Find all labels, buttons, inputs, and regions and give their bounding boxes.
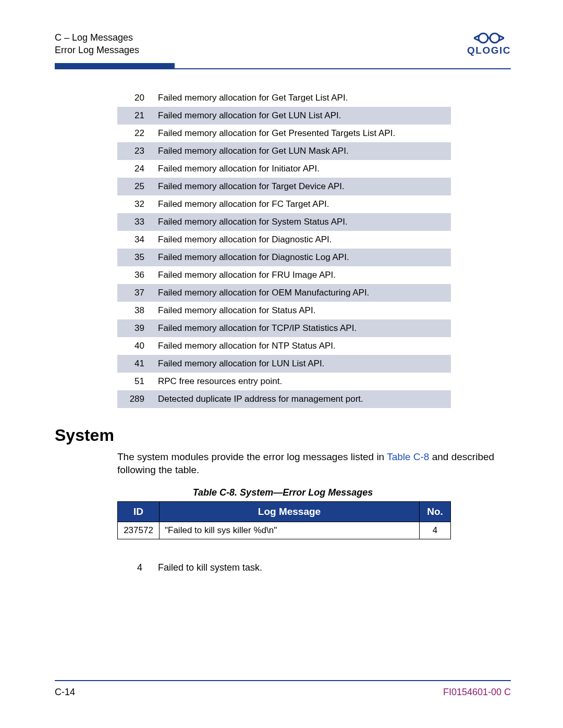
table-c8-caption: Table C-8. System—Error Log Messages	[55, 487, 511, 498]
logo-text: QLOGIC	[467, 45, 511, 56]
footer-rule	[55, 680, 511, 681]
table-row: 40Failed memory allocation for NTP Statu…	[117, 337, 451, 355]
page-footer: C-14 FI0154601-00 C	[55, 687, 511, 698]
header-line1: C – Log Messages	[55, 31, 139, 44]
qlogic-logo: QLOGIC	[467, 31, 511, 56]
error-code-msg: Failed memory allocation for FC Target A…	[154, 195, 451, 213]
error-code-id: 25	[117, 178, 154, 195]
error-code-msg: Failed memory allocation for Get LUN Mas…	[154, 142, 451, 160]
header-left: C – Log Messages Error Log Messages	[55, 31, 139, 57]
desc-msg: Failed to kill system task.	[154, 559, 451, 576]
table-row: 35Failed memory allocation for Diagnosti…	[117, 249, 451, 266]
error-code-id: 24	[117, 160, 154, 178]
error-code-msg: Failed memory allocation for TCP/IP Stat…	[154, 319, 451, 337]
error-code-id: 51	[117, 373, 154, 390]
table-c8: ID Log Message No. 237572"Failed to kill…	[117, 501, 451, 539]
intro-text-pre: The system modules provide the error log…	[117, 451, 387, 462]
error-code-id: 23	[117, 142, 154, 160]
error-code-msg: Failed memory allocation for Get Target …	[154, 89, 451, 107]
table-row: 23Failed memory allocation for Get LUN M…	[117, 142, 451, 160]
error-code-id: 21	[117, 107, 154, 125]
table-row: 4Failed to kill system task.	[117, 559, 451, 576]
error-code-msg: Failed memory allocation for Diagnostic …	[154, 249, 451, 266]
table-row: 22Failed memory allocation for Get Prese…	[117, 125, 451, 142]
error-code-id: 39	[117, 319, 154, 337]
table-row: 32Failed memory allocation for FC Target…	[117, 195, 451, 213]
error-code-id: 35	[117, 249, 154, 266]
header-rule	[55, 63, 511, 69]
error-code-msg: Failed memory allocation for Target Devi…	[154, 178, 451, 195]
error-code-msg: Failed memory allocation for FRU Image A…	[154, 266, 451, 284]
qlogic-logo-icon	[474, 31, 504, 45]
error-code-id: 36	[117, 266, 154, 284]
svg-point-1	[490, 33, 499, 43]
error-code-msg: Failed memory allocation for Status API.	[154, 302, 451, 319]
error-code-id: 38	[117, 302, 154, 319]
table-row: 237572"Failed to kill sys killer %d\n"4	[118, 522, 451, 539]
error-code-msg: Failed memory allocation for Diagnostic …	[154, 231, 451, 249]
error-code-id: 41	[117, 355, 154, 373]
error-code-msg: Failed memory allocation for LUN List AP…	[154, 355, 451, 373]
error-code-id: 22	[117, 125, 154, 142]
log-msg: "Failed to kill sys killer %d\n"	[160, 522, 420, 539]
error-code-msg: Failed memory allocation for NTP Status …	[154, 337, 451, 355]
error-code-id: 33	[117, 213, 154, 231]
table-c8-header-id: ID	[118, 501, 160, 522]
header-line2: Error Log Messages	[55, 44, 139, 56]
table-row: 34Failed memory allocation for Diagnosti…	[117, 231, 451, 249]
table-row: 33Failed memory allocation for System St…	[117, 213, 451, 231]
error-code-msg: RPC free resources entry point.	[154, 373, 451, 390]
header-rule-thin	[55, 68, 511, 69]
error-code-msg: Failed memory allocation for Get LUN Lis…	[154, 107, 451, 125]
error-codes-table: 20Failed memory allocation for Get Targe…	[117, 89, 451, 408]
table-c8-header-no: No.	[420, 501, 451, 522]
table-row: 38Failed memory allocation for Status AP…	[117, 302, 451, 319]
table-row: 289Detected duplicate IP address for man…	[117, 390, 451, 408]
svg-point-0	[479, 33, 488, 43]
table-row: 37Failed memory allocation for OEM Manuf…	[117, 284, 451, 302]
error-code-msg: Failed memory allocation for Get Present…	[154, 125, 451, 142]
log-no: 4	[420, 522, 451, 539]
footer-doc-number: FI0154601-00 C	[443, 687, 511, 698]
footer-page-number: C-14	[55, 687, 75, 698]
error-code-msg: Failed memory allocation for Initiator A…	[154, 160, 451, 178]
table-row: 20Failed memory allocation for Get Targe…	[117, 89, 451, 107]
error-code-id: 20	[117, 89, 154, 107]
description-table: 4Failed to kill system task.	[117, 559, 451, 576]
table-c8-xref[interactable]: Table C-8	[387, 451, 429, 462]
system-intro-paragraph: The system modules provide the error log…	[117, 450, 511, 477]
error-code-id: 32	[117, 195, 154, 213]
table-row: 24Failed memory allocation for Initiator…	[117, 160, 451, 178]
page: C – Log Messages Error Log Messages QLOG…	[0, 0, 563, 728]
error-code-msg: Failed memory allocation for OEM Manufac…	[154, 284, 451, 302]
table-row: 51RPC free resources entry point.	[117, 373, 451, 390]
error-code-id: 37	[117, 284, 154, 302]
error-code-id: 34	[117, 231, 154, 249]
page-header: C – Log Messages Error Log Messages QLOG…	[55, 31, 511, 57]
section-heading-system: System	[55, 426, 511, 445]
table-row: 36Failed memory allocation for FRU Image…	[117, 266, 451, 284]
table-row: 41Failed memory allocation for LUN List …	[117, 355, 451, 373]
table-c8-header-msg: Log Message	[160, 501, 420, 522]
log-id: 237572	[118, 522, 160, 539]
error-code-msg: Detected duplicate IP address for manage…	[154, 390, 451, 408]
desc-id: 4	[117, 559, 154, 576]
error-code-id: 289	[117, 390, 154, 408]
error-code-msg: Failed memory allocation for System Stat…	[154, 213, 451, 231]
error-code-id: 40	[117, 337, 154, 355]
table-row: 39Failed memory allocation for TCP/IP St…	[117, 319, 451, 337]
table-row: 21Failed memory allocation for Get LUN L…	[117, 107, 451, 125]
table-row: 25Failed memory allocation for Target De…	[117, 178, 451, 195]
